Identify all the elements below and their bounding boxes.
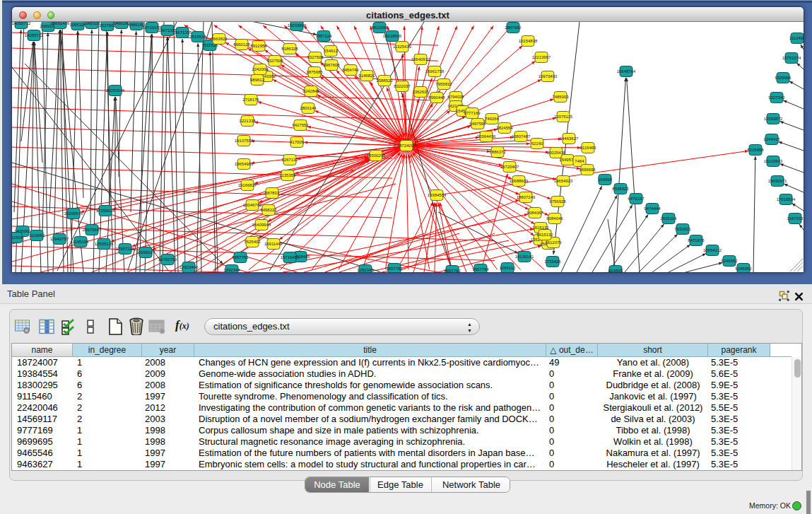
svg-text:15751074: 15751074 [782,56,801,60]
svg-text:9777169: 9777169 [464,111,481,115]
svg-text:16648764: 16648764 [617,69,636,74]
svg-text:3267130: 3267130 [281,158,298,162]
svg-text:9657793: 9657793 [444,269,461,273]
svg-text:10958107: 10958107 [136,250,155,255]
svg-text:17957225: 17957225 [116,247,135,251]
svg-text:9245052: 9245052 [735,267,752,271]
svg-text:17359924: 17359924 [96,209,115,213]
svg-text:15716485: 15716485 [281,255,300,259]
svg-text:989612: 989612 [250,78,265,82]
svg-text:1733426: 1733426 [544,259,561,264]
svg-text:9245652: 9245652 [721,259,738,263]
svg-text:16107553: 16107553 [235,139,254,143]
svg-text:9657792: 9657792 [386,267,403,271]
svg-text:1612076: 1612076 [545,240,562,245]
svg-text:9227342: 9227342 [768,95,785,100]
svg-text:1615132: 1615132 [532,226,549,230]
svg-text:8938923: 8938923 [612,187,629,191]
svg-text:1292345: 1292345 [357,268,374,272]
svg-text:7625402: 7625402 [244,240,261,244]
svg-text:9242848: 9242848 [302,89,319,93]
svg-text:8322037: 8322037 [394,84,411,88]
svg-text:16911447: 16911447 [264,242,283,246]
svg-text:16961758: 16961758 [425,69,445,74]
svg-text:20975867: 20975867 [83,228,102,232]
svg-text:18807249: 18807249 [517,195,536,199]
svg-text:2718176: 2718176 [242,98,259,102]
svg-text:18724007: 18724007 [397,144,416,148]
svg-text:8912954: 8912954 [250,44,267,48]
svg-text:19166827: 19166827 [238,183,257,187]
svg-text:20364436: 20364436 [477,134,496,139]
svg-text:7515526: 7515526 [189,35,206,39]
svg-text:8186328: 8186328 [281,47,298,51]
svg-text:16782759: 16782759 [158,257,177,262]
svg-text:10154838: 10154838 [519,39,538,43]
svg-text:8660128: 8660128 [233,42,250,47]
svg-text:15692971: 15692971 [768,179,787,183]
svg-text:10688609: 10688609 [510,179,529,183]
svg-text:10025438: 10025438 [547,151,566,155]
svg-text:8215958: 8215958 [747,148,764,152]
svg-text:9115460: 9115460 [580,146,597,150]
svg-text:19654923: 19654923 [554,179,573,183]
svg-text:14055712: 14055712 [12,22,31,25]
svg-text:2242004: 2242004 [252,67,269,71]
svg-text:6479197: 6479197 [628,197,645,201]
svg-text:1065327: 1065327 [83,22,100,25]
svg-text:9427552: 9427552 [292,123,309,127]
svg-text:587833: 587833 [265,191,280,195]
svg-text:8813054: 8813054 [371,25,388,30]
svg-text:1145194: 1145194 [73,240,90,244]
svg-text:16210643: 16210643 [764,159,783,163]
svg-text:9498222: 9498222 [260,208,277,212]
svg-text:9084067: 9084067 [526,211,543,215]
svg-text:19384554: 19384554 [428,193,447,197]
svg-text:10807487: 10807487 [512,134,531,139]
svg-text:12923446: 12923446 [180,265,199,269]
svg-text:62160: 62160 [531,141,543,146]
svg-text:14463627: 14463627 [560,136,579,141]
svg-text:7955812: 7955812 [435,82,452,86]
svg-text:12093872: 12093872 [764,117,783,121]
svg-text:417006: 417006 [290,140,305,144]
svg-text:3875685: 3875685 [306,70,323,74]
svg-text:9327508: 9327508 [307,55,324,59]
svg-text:18300295: 18300295 [367,153,386,158]
svg-text:16409948: 16409948 [252,223,271,227]
svg-text:9756928: 9756928 [549,199,566,204]
svg-text:2935114: 2935114 [661,216,678,221]
svg-text:7632621: 7632621 [674,227,691,231]
svg-text:154612: 154612 [324,49,339,53]
svg-text:11325419: 11325419 [393,45,412,49]
svg-text:9699695: 9699695 [579,168,596,172]
svg-text:1115682: 1115682 [29,233,45,238]
svg-text:8471676: 8471676 [688,238,705,243]
svg-text:1292344: 1292344 [223,268,240,272]
svg-text:7464: 7464 [575,159,584,163]
svg-text:6497568: 6497568 [469,122,486,126]
svg-text:2967608: 2967608 [323,63,340,67]
svg-text:1244415: 1244415 [763,137,780,141]
svg-text:8990448: 8990448 [428,95,445,100]
svg-text:6794028: 6794028 [447,95,464,99]
svg-text:7886372: 7886372 [489,150,506,154]
svg-text:9657791: 9657791 [232,255,249,259]
svg-text:1135359: 1135359 [280,173,297,177]
svg-text:10654112: 10654112 [703,248,722,252]
svg-text:20691406: 20691406 [51,22,70,25]
svg-text:10973493: 10973493 [539,74,558,78]
svg-text:15640910: 15640910 [411,57,430,62]
svg-text:1588520: 1588520 [376,78,393,83]
svg-text:164095: 164095 [598,177,613,182]
svg-text:9146821: 9146821 [358,74,375,78]
svg-text:391534: 391534 [12,235,23,240]
svg-text:9327508: 9327508 [266,59,283,63]
svg-text:19218506: 19218506 [383,34,402,38]
svg-text:8454749: 8454749 [342,68,359,72]
svg-text:20206576: 20206576 [64,211,83,216]
svg-text:9657794: 9657794 [472,267,489,271]
svg-text:12505135: 12505135 [95,242,114,246]
svg-text:924505: 924505 [608,269,623,273]
svg-text:10046766: 10046766 [243,203,262,207]
